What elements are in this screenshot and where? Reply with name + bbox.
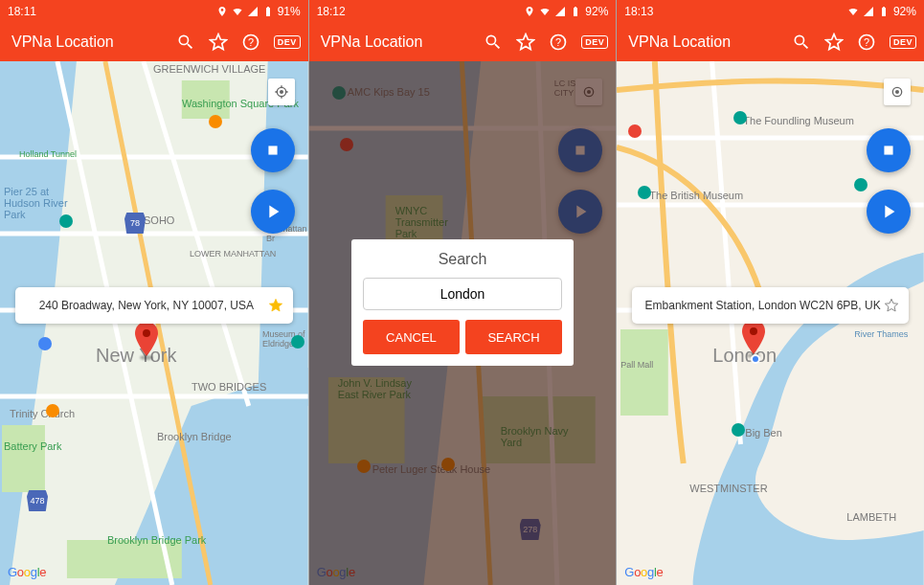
stop-fab[interactable] bbox=[251, 128, 295, 172]
signal-icon bbox=[554, 6, 566, 17]
dev-badge[interactable]: DEV bbox=[890, 35, 916, 49]
svg-text:?: ? bbox=[864, 36, 869, 48]
search-input[interactable] bbox=[363, 278, 562, 310]
battery-icon bbox=[878, 6, 890, 17]
status-time: 18:11 bbox=[8, 5, 36, 18]
star-icon[interactable] bbox=[516, 33, 535, 52]
dialog-title: Search bbox=[363, 251, 562, 268]
search-icon[interactable] bbox=[792, 33, 811, 52]
search-icon[interactable] bbox=[484, 33, 503, 52]
search-dialog: Search CANCEL SEARCH bbox=[351, 239, 574, 366]
star-icon[interactable] bbox=[824, 33, 844, 52]
status-icons: 92% bbox=[847, 5, 916, 18]
google-logo: Google bbox=[624, 565, 663, 579]
star-outline-icon[interactable] bbox=[884, 298, 899, 313]
my-location-button[interactable] bbox=[884, 79, 911, 105]
wifi-icon bbox=[539, 6, 551, 17]
hwy-shield: 478 bbox=[27, 490, 48, 511]
svg-point-38 bbox=[895, 90, 899, 94]
map-pin[interactable] bbox=[741, 320, 766, 358]
battery-icon bbox=[570, 6, 581, 17]
battery-percent: 92% bbox=[893, 5, 916, 18]
play-fab[interactable] bbox=[867, 190, 911, 234]
svg-rect-40 bbox=[884, 146, 892, 154]
svg-point-14 bbox=[280, 90, 283, 94]
location-address: Embankment Station, London WC2N 6PB, UK bbox=[642, 299, 884, 312]
signal-icon bbox=[863, 6, 874, 17]
location-icon bbox=[524, 6, 535, 17]
signal-icon bbox=[247, 6, 259, 17]
play-fab[interactable] bbox=[251, 190, 295, 234]
battery-percent: 91% bbox=[278, 5, 301, 18]
svg-point-13 bbox=[143, 329, 150, 337]
status-icons: 92% bbox=[524, 5, 608, 18]
app-bar: VPNa Location ? DEV bbox=[0, 23, 308, 61]
status-time: 18:13 bbox=[624, 5, 653, 18]
status-bar: 18:11 91% bbox=[0, 0, 308, 23]
svg-rect-32 bbox=[620, 329, 668, 416]
dev-badge[interactable]: DEV bbox=[274, 35, 301, 49]
svg-rect-16 bbox=[268, 146, 277, 154]
search-button[interactable]: SEARCH bbox=[465, 320, 562, 354]
svg-text:?: ? bbox=[555, 36, 561, 48]
status-time: 18:12 bbox=[317, 5, 346, 18]
svg-rect-3 bbox=[182, 80, 230, 119]
wifi-icon bbox=[232, 6, 243, 17]
help-icon[interactable]: ? bbox=[241, 33, 260, 52]
help-icon[interactable]: ? bbox=[857, 33, 876, 52]
phone-screen-2: 18:12 92% VPNa Location ? DEV bbox=[308, 0, 617, 585]
phone-screen-1: 18:11 91% VPNa Location ? DEV bbox=[0, 0, 308, 585]
cancel-button[interactable]: CANCEL bbox=[363, 320, 460, 354]
svg-text:?: ? bbox=[248, 36, 254, 48]
app-title: VPNa Location bbox=[628, 34, 792, 51]
svg-point-37 bbox=[750, 327, 757, 335]
location-pill[interactable]: 240 Broadway, New York, NY 10007, USA bbox=[15, 287, 293, 324]
status-icons: 91% bbox=[216, 5, 301, 18]
star-icon[interactable] bbox=[209, 33, 228, 52]
svg-rect-4 bbox=[2, 425, 45, 492]
app-title: VPNa Location bbox=[321, 34, 485, 51]
status-bar: 18:12 92% bbox=[309, 0, 617, 23]
star-filled-icon[interactable] bbox=[268, 298, 283, 313]
location-address: 240 Broadway, New York, NY 10007, USA bbox=[25, 299, 268, 312]
app-bar: VPNa Location ? DEV bbox=[309, 23, 617, 61]
wifi-icon bbox=[847, 6, 859, 17]
app-title: VPNa Location bbox=[11, 34, 176, 51]
map-view[interactable]: GREENWICH VILLAGE Washington Square Park… bbox=[0, 61, 308, 585]
location-pill[interactable]: Embankment Station, London WC2N 6PB, UK bbox=[632, 287, 909, 324]
map-view[interactable]: The Foundling Museum The British Museum … bbox=[617, 61, 924, 585]
hwy-shield: 78 bbox=[124, 213, 146, 234]
my-location-button[interactable] bbox=[268, 79, 295, 105]
google-logo: Google bbox=[8, 565, 46, 579]
help-icon[interactable]: ? bbox=[549, 33, 568, 52]
search-icon[interactable] bbox=[176, 33, 195, 52]
battery-percent: 92% bbox=[585, 5, 608, 18]
status-bar: 18:13 92% bbox=[617, 0, 924, 23]
app-bar: VPNa Location ? DEV bbox=[617, 23, 924, 61]
phone-screen-3: 18:13 92% VPNa Location ? DEV bbox=[616, 0, 924, 585]
battery-icon bbox=[262, 6, 274, 17]
location-icon bbox=[216, 6, 228, 17]
dev-badge[interactable]: DEV bbox=[581, 35, 608, 49]
map-pin[interactable] bbox=[134, 322, 159, 360]
stop-fab[interactable] bbox=[867, 128, 911, 172]
